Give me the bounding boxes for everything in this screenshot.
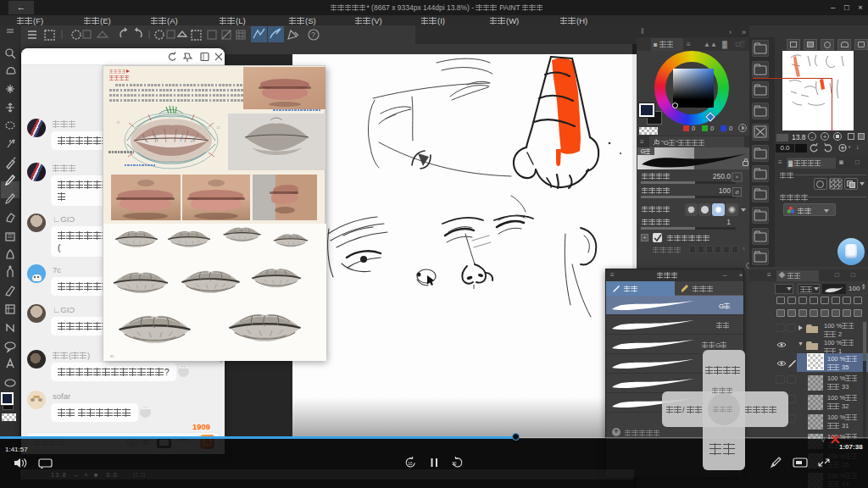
svg-text:10: 10 <box>408 462 413 466</box>
svg-text:□: □ <box>117 119 120 125</box>
svg-text:□: □ <box>217 125 220 130</box>
svg-text:30: 30 <box>452 462 457 466</box>
svg-text:?: ? <box>311 30 315 39</box>
